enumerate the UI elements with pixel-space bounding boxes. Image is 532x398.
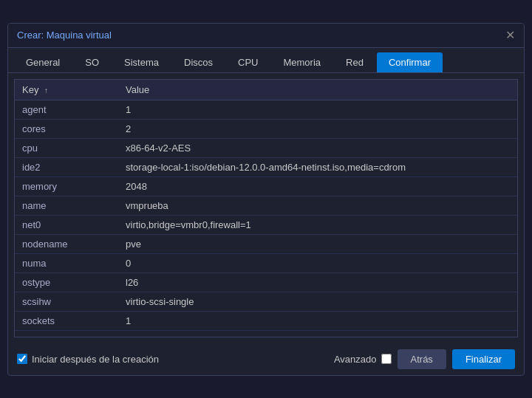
table-cell-key: name <box>15 196 118 215</box>
table-cell-value: 2048 <box>118 176 517 196</box>
table-cell-value: l26 <box>118 272 517 292</box>
table-cell-key: cpu <box>15 138 118 157</box>
tab-red[interactable]: Red <box>334 52 375 72</box>
table-cell-key: agent <box>15 100 118 119</box>
table-row: numa0 <box>15 253 517 272</box>
table-cell-key: nodename <box>15 234 118 253</box>
table-row: net0virtio,bridge=vmbr0,firewall=1 <box>15 215 517 234</box>
tab-content: Key ↑ Value agent1cores2cpux86-64-v2-AES… <box>8 79 524 337</box>
table-row: cpux86-64-v2-AES <box>15 138 517 157</box>
table-cell-key: numa <box>15 253 118 272</box>
table-cell-value: x86-64-v2-AES <box>118 138 517 157</box>
table-cell-value: pool-ceph:10,iothread=on <box>118 330 517 337</box>
table-cell-key: ostype <box>15 272 118 292</box>
footer-buttons: Avanzado Atrás Finalizar <box>334 349 515 369</box>
table-cell-key: scsihw <box>15 292 118 311</box>
close-button[interactable]: ✕ <box>505 30 515 41</box>
table-cell-key: sockets <box>15 311 118 330</box>
title-bar: Crear: Maquina virtual ✕ <box>8 24 524 48</box>
finish-button[interactable]: Finalizar <box>452 349 515 369</box>
start-after-create-row: Iniciar después de la creación <box>17 354 159 365</box>
table-row: cores2 <box>15 119 517 138</box>
tab-confirmar[interactable]: Confirmar <box>377 52 443 72</box>
table-row: agent1 <box>15 100 517 119</box>
table-cell-key: memory <box>15 176 118 196</box>
tab-so[interactable]: SO <box>73 52 111 72</box>
table-cell-key: cores <box>15 119 118 138</box>
table-row: namevmprueba <box>15 196 517 215</box>
table-cell-value: vmprueba <box>118 196 517 215</box>
table-cell-key: net0 <box>15 215 118 234</box>
config-table-container[interactable]: Key ↑ Value agent1cores2cpux86-64-v2-AES… <box>14 79 518 337</box>
tab-general[interactable]: General <box>14 52 72 72</box>
tab-bar: General SO Sistema Discos CPU Memoria Re… <box>8 48 524 73</box>
avanzado-row: Avanzado <box>334 354 392 365</box>
sort-arrow-icon: ↑ <box>44 86 48 95</box>
dialog-footer: Iniciar después de la creación Avanzado … <box>8 343 524 375</box>
back-button[interactable]: Atrás <box>398 349 446 369</box>
tab-memoria[interactable]: Memoria <box>271 52 332 72</box>
table-row: ide2storage-local-1:iso/debian-12.0.0-am… <box>15 157 517 176</box>
table-row: ostypel26 <box>15 272 517 292</box>
tab-cpu[interactable]: CPU <box>226 52 270 72</box>
table-row: nodenamepve <box>15 234 517 253</box>
table-cell-value: 0 <box>118 253 517 272</box>
tab-sistema[interactable]: Sistema <box>112 52 171 72</box>
table-cell-value: pve <box>118 234 517 253</box>
config-table: Key ↑ Value agent1cores2cpux86-64-v2-AES… <box>15 80 517 337</box>
avanzado-checkbox[interactable] <box>381 354 392 364</box>
create-vm-dialog: Crear: Maquina virtual ✕ General SO Sist… <box>7 23 525 376</box>
avanzado-label: Avanzado <box>334 354 377 365</box>
table-cell-value: virtio,bridge=vmbr0,firewall=1 <box>118 215 517 234</box>
dialog-title: Crear: Maquina virtual <box>17 30 112 41</box>
table-row: sockets1 <box>15 311 517 330</box>
table-cell-key: ide2 <box>15 157 118 176</box>
table-cell-value: storage-local-1:iso/debian-12.0.0-amd64-… <box>118 157 517 176</box>
table-cell-value: 1 <box>118 100 517 119</box>
table-cell-value: virtio-scsi-single <box>118 292 517 311</box>
table-row: memory2048 <box>15 176 517 196</box>
table-row: virtio0pool-ceph:10,iothread=on <box>15 330 517 337</box>
start-after-create-checkbox[interactable] <box>17 354 27 364</box>
col-key-header[interactable]: Key ↑ <box>15 80 118 100</box>
tab-discos[interactable]: Discos <box>172 52 225 72</box>
table-cell-value: 2 <box>118 119 517 138</box>
col-value-header: Value <box>118 80 517 100</box>
start-after-create-label: Iniciar después de la creación <box>32 354 159 365</box>
table-cell-key: virtio0 <box>15 330 118 337</box>
table-row: scsihwvirtio-scsi-single <box>15 292 517 311</box>
table-cell-value: 1 <box>118 311 517 330</box>
